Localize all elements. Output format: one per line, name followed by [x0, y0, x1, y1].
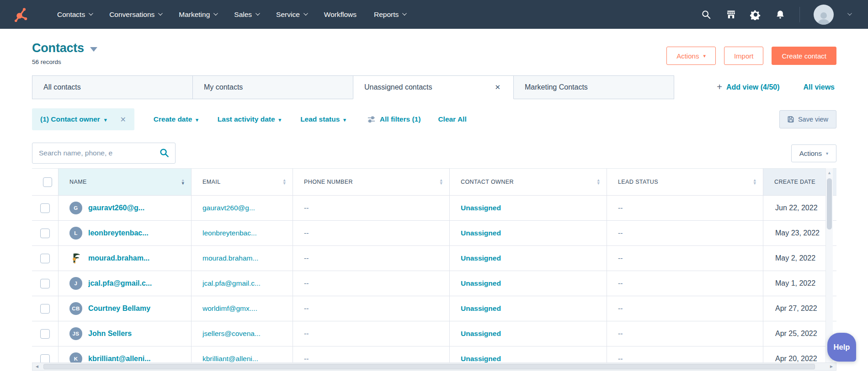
email-cell: jcal.pfa@gmail.c... — [191, 271, 293, 296]
user-avatar[interactable] — [814, 5, 834, 25]
marketplace-icon[interactable] — [725, 9, 736, 20]
row-select-cell — [32, 196, 58, 220]
sort-icon[interactable]: ▲▼ — [592, 179, 601, 185]
column-header[interactable]: NAME ▲▼ — [58, 169, 191, 195]
view-tab[interactable]: My contacts ✕ — [192, 75, 353, 99]
nav-item[interactable]: Reports — [365, 0, 414, 29]
nav-item[interactable]: Marketing — [170, 0, 225, 29]
hubspot-logo-icon[interactable] — [12, 5, 30, 25]
owner-link[interactable]: Unassigned — [461, 229, 501, 237]
clear-all-link[interactable]: Clear All — [438, 115, 466, 123]
lead-status-filter[interactable]: Lead status ▾ — [300, 115, 346, 123]
row-checkbox[interactable] — [40, 203, 50, 213]
import-button[interactable]: Import — [724, 47, 764, 65]
vertical-scrollbar[interactable]: ▲ — [825, 168, 833, 362]
company-logo-avatar — [69, 252, 82, 265]
row-checkbox[interactable] — [40, 254, 50, 263]
lead-status-cell: -- — [607, 296, 763, 321]
horizontal-scrollbar[interactable]: ◄ ► — [32, 362, 836, 371]
view-tab[interactable]: Unassigned contacts ✕ — [353, 75, 514, 99]
remove-filter-icon[interactable]: ✕ — [120, 115, 126, 124]
title-caret-down-icon[interactable] — [90, 47, 97, 52]
column-header[interactable]: EMAIL ▲▼ — [191, 169, 293, 195]
email-link[interactable]: jcal.pfa@gmail.c... — [202, 279, 261, 288]
select-all-cell — [32, 169, 58, 195]
email-link[interactable]: leonbreytenbac... — [202, 229, 257, 237]
contact-name-link[interactable]: John Sellers — [88, 330, 132, 338]
email-link[interactable]: worldimf@gmx.... — [202, 304, 257, 313]
all-filters-link[interactable]: All filters (1) — [367, 115, 421, 124]
create-date-filter[interactable]: Create date ▾ — [154, 115, 198, 123]
email-cell: mourad.braham... — [191, 246, 293, 271]
row-select-cell — [32, 221, 58, 245]
scroll-left-icon[interactable]: ◄ — [35, 364, 39, 369]
sort-icon[interactable]: ▲▼ — [748, 179, 757, 185]
search-icon[interactable] — [159, 148, 170, 160]
add-view-link[interactable]: + Add view (4/50) — [717, 83, 779, 92]
contact-name-link[interactable]: kbrilliant@alleni... — [88, 355, 151, 362]
settings-gear-icon[interactable] — [750, 9, 761, 20]
owner-link[interactable]: Unassigned — [461, 330, 501, 338]
column-header[interactable]: PHONE NUMBER ▲▼ — [293, 169, 449, 195]
notifications-bell-icon[interactable] — [775, 9, 786, 20]
select-all-checkbox[interactable] — [43, 177, 52, 187]
close-icon[interactable]: ✕ — [493, 82, 502, 92]
nav-item[interactable]: Contacts — [48, 0, 101, 29]
save-view-button[interactable]: Save view — [779, 110, 836, 128]
email-link[interactable]: kbrilliant@alleni... — [202, 355, 258, 362]
contact-name-link[interactable]: jcal.pfa@gmail.c... — [88, 279, 152, 288]
row-checkbox[interactable] — [40, 279, 50, 288]
table-actions-button[interactable]: Actions ▾ — [791, 144, 836, 162]
name-cell: G gauravt260@g... — [58, 196, 191, 220]
sort-icon[interactable]: ▲▼ — [435, 179, 443, 185]
nav-item[interactable]: Sales — [225, 0, 267, 29]
nav-caret-icon — [256, 11, 260, 16]
view-title-dropdown[interactable]: Contacts — [32, 41, 97, 55]
owner-link[interactable]: Unassigned — [461, 355, 501, 362]
contact-name-link[interactable]: gauravt260@g... — [88, 204, 144, 212]
column-header[interactable]: CONTACT OWNER ▲▼ — [449, 169, 607, 195]
row-checkbox[interactable] — [40, 229, 50, 238]
search-icon[interactable] — [701, 9, 712, 20]
filters-row: (1) Contact owner ▾ ✕ Create date ▾ Last… — [32, 108, 836, 130]
search-input[interactable] — [32, 143, 176, 164]
nav-item[interactable]: Service — [267, 0, 315, 29]
contact-name-link[interactable]: mourad.braham... — [88, 254, 149, 262]
scroll-right-icon[interactable]: ► — [829, 364, 834, 369]
owner-link[interactable]: Unassigned — [461, 204, 501, 212]
owner-link[interactable]: Unassigned — [461, 304, 501, 313]
all-views-link[interactable]: All views — [804, 83, 835, 91]
nav-item[interactable]: Conversations — [101, 0, 170, 29]
contact-name-link[interactable]: Courtney Bellamy — [88, 304, 150, 313]
email-link[interactable]: mourad.braham... — [202, 254, 258, 262]
sort-icon[interactable]: ▲▼ — [176, 179, 185, 185]
contact-avatar: CB — [69, 302, 82, 315]
page-title: Contacts — [32, 41, 84, 55]
row-select-cell — [32, 346, 58, 362]
vertical-scroll-thumb[interactable] — [827, 178, 832, 229]
nav-caret-icon — [402, 11, 407, 16]
view-tab[interactable]: All contacts ✕ — [32, 75, 193, 99]
nav-item[interactable]: Workflows — [315, 0, 365, 29]
horizontal-scroll-thumb[interactable] — [43, 364, 815, 369]
caret-down-icon: ▾ — [104, 117, 107, 123]
email-cell: kbrilliant@alleni... — [191, 346, 293, 362]
owner-link[interactable]: Unassigned — [461, 254, 501, 262]
last-activity-filter[interactable]: Last activity date ▾ — [218, 115, 281, 123]
contact-owner-filter-pill[interactable]: (1) Contact owner ▾ ✕ — [32, 108, 134, 130]
account-chevron-down-icon[interactable] — [847, 11, 852, 16]
email-link[interactable]: jsellers@covena... — [202, 330, 261, 338]
create-contact-button[interactable]: Create contact — [772, 47, 836, 65]
contact-name-link[interactable]: leonbreytenbac... — [88, 229, 149, 237]
scroll-up-icon[interactable]: ▲ — [826, 171, 833, 175]
owner-link[interactable]: Unassigned — [461, 279, 501, 288]
help-button[interactable]: Help — [827, 333, 856, 362]
email-link[interactable]: gauravt260@g... — [202, 204, 255, 212]
column-header[interactable]: LEAD STATUS ▲▼ — [607, 169, 763, 195]
actions-button[interactable]: Actions ▾ — [666, 47, 716, 65]
row-checkbox[interactable] — [40, 354, 50, 363]
view-tab[interactable]: Marketing Contacts ✕ — [513, 75, 674, 99]
row-checkbox[interactable] — [40, 329, 50, 339]
sort-icon[interactable]: ▲▼ — [278, 179, 287, 185]
row-checkbox[interactable] — [40, 304, 50, 314]
